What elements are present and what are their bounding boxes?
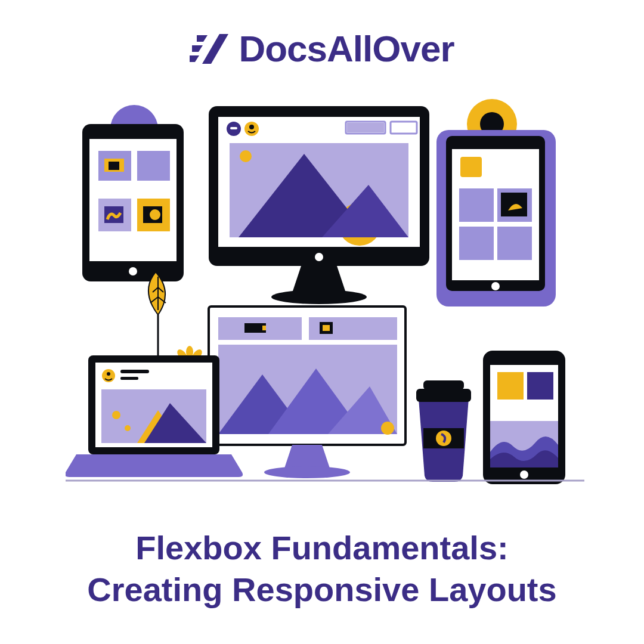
brand-name: DocsAllOver [239,27,454,70]
svg-rect-42 [459,188,494,222]
svg-marker-0 [202,34,228,64]
svg-rect-30 [347,123,384,132]
coffee-cup-icon [416,380,471,482]
svg-rect-86 [497,372,524,400]
svg-point-67 [381,422,394,435]
svg-point-76 [112,411,120,419]
svg-point-24 [315,253,323,261]
svg-point-40 [491,282,500,290]
svg-rect-26 [230,127,237,129]
hero-illustration [66,94,584,512]
svg-marker-3 [190,55,199,62]
svg-point-11 [129,267,137,275]
svg-rect-62 [323,325,330,331]
svg-rect-80 [416,389,471,402]
svg-rect-59 [262,326,266,330]
svg-rect-14 [109,162,119,170]
svg-rect-45 [459,227,494,260]
svg-rect-74 [120,377,138,380]
svg-rect-15 [137,151,170,181]
svg-point-82 [436,431,451,446]
secondary-monitor [209,306,405,478]
svg-marker-2 [192,45,203,52]
brand-header: DocsAllOver [0,27,644,70]
svg-point-72 [107,372,110,376]
brand-logo-icon [190,31,234,67]
svg-point-23 [271,290,367,304]
svg-point-77 [125,425,131,431]
laptop [66,355,243,477]
tablet-left [82,124,184,281]
page-title: Flexbox Fundamentals: Creating Responsiv… [0,527,644,611]
svg-rect-41 [460,157,482,177]
svg-point-68 [264,466,350,478]
desktop-monitor [209,106,429,304]
svg-marker-1 [197,35,208,42]
svg-point-85 [520,470,528,479]
tablet-right [436,130,556,306]
svg-point-20 [150,209,160,220]
svg-rect-46 [497,227,532,260]
svg-rect-87 [527,372,553,400]
svg-rect-81 [423,380,464,390]
smartphone [483,351,565,484]
svg-point-28 [249,125,254,129]
svg-rect-73 [120,370,149,373]
svg-point-33 [240,150,252,162]
